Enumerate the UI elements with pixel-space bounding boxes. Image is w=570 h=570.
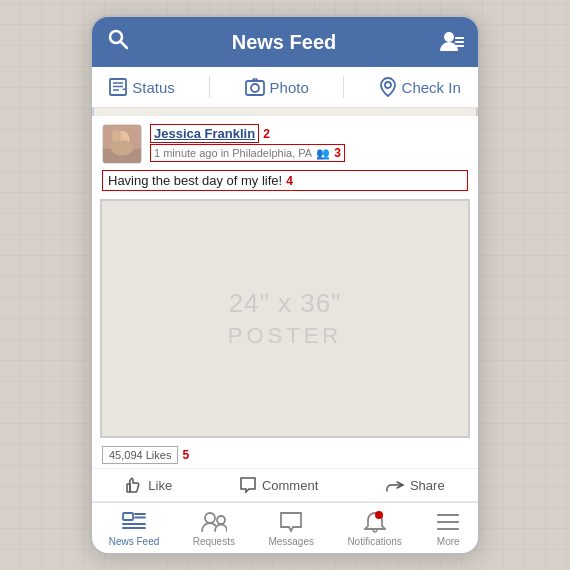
avatar[interactable]: [102, 124, 142, 164]
more-icon: [435, 511, 461, 533]
bottom-nav: News Feed Requests Messages: [92, 502, 478, 553]
friends-icon: 👥: [316, 147, 330, 160]
svg-point-26: [375, 511, 383, 519]
badge-4: 4: [286, 174, 293, 188]
svg-rect-18: [127, 484, 130, 492]
like-label: Like: [148, 478, 172, 493]
profile-icon-area[interactable]: [438, 30, 464, 54]
nav-label-messages: Messages: [268, 536, 314, 547]
messages-icon: [278, 511, 304, 533]
likes-bar: 45,094 Likes 5: [92, 442, 478, 468]
svg-point-2: [444, 32, 454, 42]
nav-label-more: More: [437, 536, 460, 547]
nav-label-newsfeed: News Feed: [109, 536, 160, 547]
comment-button[interactable]: Comment: [239, 476, 318, 494]
poster-label: POSTER: [228, 323, 342, 349]
status-button[interactable]: Status: [109, 78, 175, 96]
poster-area: 24" x 36" POSTER: [100, 199, 470, 438]
badge-2: 2: [263, 127, 270, 141]
header-title: News Feed: [130, 31, 438, 54]
nav-news-feed[interactable]: News Feed: [109, 511, 160, 547]
post-location-row: 1 minute ago in Philadelphia, PA 👥 3: [150, 144, 345, 162]
requests-icon: [201, 511, 227, 533]
action-bar: Status Photo Check In: [92, 67, 478, 108]
avatar-image: [103, 125, 141, 163]
checkin-button[interactable]: Check In: [379, 77, 461, 97]
badge-5: 5: [182, 448, 189, 462]
poster-size: 24" x 36": [229, 288, 342, 319]
post-username[interactable]: Jessica Franklin: [150, 124, 259, 143]
nav-label-notifications: Notifications: [347, 536, 401, 547]
reaction-bar: Like Comment Share: [92, 468, 478, 502]
search-icon[interactable]: [106, 27, 130, 57]
svg-point-17: [111, 140, 134, 155]
notifications-icon: [362, 511, 388, 533]
post-text: Having the best day of my life!: [108, 173, 282, 188]
checkin-label: Check In: [402, 79, 461, 96]
like-button[interactable]: Like: [125, 476, 172, 494]
nav-label-requests: Requests: [193, 536, 235, 547]
nav-more[interactable]: More: [435, 511, 461, 547]
news-feed-icon: [121, 511, 147, 533]
svg-point-11: [251, 84, 259, 92]
share-button[interactable]: Share: [385, 476, 445, 494]
badge-3: 3: [334, 146, 341, 160]
comment-label: Comment: [262, 478, 318, 493]
post-text-row: Having the best day of my life! 4: [102, 170, 468, 191]
svg-point-25: [217, 516, 225, 524]
photo-label: Photo: [270, 79, 309, 96]
svg-point-12: [385, 82, 391, 88]
post-area: Jessica Franklin 2 1 minute ago in Phila…: [92, 116, 478, 502]
likes-count[interactable]: 45,094 Likes: [102, 446, 178, 464]
post-name-row: Jessica Franklin 2: [150, 124, 345, 143]
photo-button[interactable]: Photo: [245, 78, 309, 96]
nav-notifications[interactable]: Notifications: [347, 511, 401, 547]
share-label: Share: [410, 478, 445, 493]
svg-line-1: [121, 42, 127, 48]
nav-messages[interactable]: Messages: [268, 511, 314, 547]
post-header: Jessica Franklin 2 1 minute ago in Phila…: [92, 116, 478, 168]
divider-1: [209, 76, 210, 98]
svg-rect-10: [246, 81, 264, 95]
post-location: 1 minute ago in Philadelphia, PA: [154, 147, 312, 159]
nav-requests[interactable]: Requests: [193, 511, 235, 547]
header: News Feed: [92, 17, 478, 67]
svg-point-24: [205, 513, 215, 523]
divider-2: [343, 76, 344, 98]
post-meta: Jessica Franklin 2 1 minute ago in Phila…: [150, 124, 345, 162]
svg-rect-19: [123, 513, 133, 520]
phone-frame: News Feed Status: [90, 15, 480, 555]
status-label: Status: [132, 79, 175, 96]
